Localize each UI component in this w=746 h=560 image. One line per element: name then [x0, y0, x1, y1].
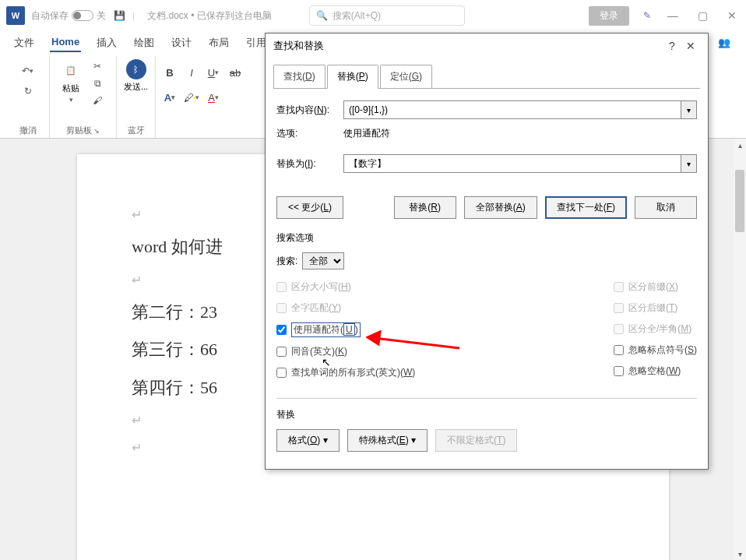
less-button[interactable]: << 更少(L)	[276, 196, 343, 219]
font-color-button[interactable]: A ▾	[206, 90, 221, 104]
scroll-up-icon[interactable]: ▴	[734, 139, 746, 151]
mouse-cursor-icon: ↖	[322, 356, 331, 368]
find-dropdown-icon[interactable]: ▾	[681, 100, 697, 119]
tab-find[interactable]: 查找(D)	[273, 65, 325, 89]
autosave-label: 自动保存	[31, 9, 69, 23]
dialog-titlebar[interactable]: 查找和替换 ? ✕	[266, 33, 708, 58]
cancel-button[interactable]: 取消	[635, 196, 697, 219]
strikethrough-button[interactable]: ab	[227, 65, 243, 79]
chk-prefix: 区分前缀(X)	[614, 280, 697, 294]
word-app-icon: W	[6, 6, 25, 25]
scroll-down-icon[interactable]: ▾	[734, 548, 746, 560]
draw-tool-icon[interactable]: ✎	[643, 10, 651, 21]
share-icon[interactable]: 👥	[718, 37, 735, 54]
doc-line-2: 第二行：23	[132, 302, 217, 322]
bold-button[interactable]: B	[162, 65, 178, 79]
format-button[interactable]: 格式(O) ▾	[276, 429, 340, 452]
bluetooth-icon: ᛒ	[126, 59, 146, 79]
doc-line-3: 第三行：66	[132, 340, 217, 359]
search-options-label: 搜索选项	[276, 231, 697, 245]
tab-file[interactable]: 文件	[12, 33, 36, 53]
clipboard-launcher-icon[interactable]: ↘	[93, 127, 100, 135]
replace-dropdown-icon[interactable]: ▾	[681, 154, 697, 173]
search-direction-select[interactable]: 全部	[302, 252, 344, 269]
dialog-help-button[interactable]: ?	[663, 40, 681, 52]
find-label: 查找内容(N):	[276, 104, 337, 117]
tab-home[interactable]: Home	[50, 33, 81, 52]
replace-input[interactable]	[343, 154, 681, 173]
chk-ignore-punct[interactable]: 忽略标点符号(S)	[614, 343, 697, 357]
chk-ignore-space[interactable]: 忽略空格(W)	[614, 365, 697, 378]
chk-match-case: 区分大小写(H)	[276, 280, 614, 294]
clipboard-icon: 📋	[60, 59, 82, 81]
autosave-state: 关	[97, 9, 106, 23]
doc-line-1: word 如何进	[132, 237, 223, 256]
close-button[interactable]: ✕	[724, 9, 740, 22]
no-format-button: 不限定格式(T)	[435, 429, 517, 452]
redo-icon[interactable]: ↻	[21, 84, 35, 98]
search-direction-label: 搜索:	[276, 255, 297, 268]
doc-line-4: 第四行：56	[132, 378, 217, 397]
toggle-switch-icon[interactable]	[72, 10, 93, 21]
tab-replace[interactable]: 替换(P)	[327, 65, 378, 89]
tab-goto[interactable]: 定位(G)	[380, 65, 432, 89]
find-input[interactable]	[343, 100, 681, 119]
replace-button[interactable]: 替换(R)	[394, 196, 456, 219]
bluetooth-send-button[interactable]: ᛒ 发送...	[123, 59, 149, 93]
tab-design[interactable]: 设计	[170, 33, 193, 53]
chk-fullhalf: 区分全/半角(M)	[614, 322, 697, 336]
underline-button[interactable]: U ▾	[206, 65, 221, 79]
dialog-title: 查找和替换	[273, 39, 324, 53]
tab-layout[interactable]: 布局	[207, 33, 230, 53]
chk-whole-word: 全字匹配(Y)	[276, 301, 614, 315]
tab-insert[interactable]: 插入	[95, 33, 118, 53]
minimize-button[interactable]: —	[665, 9, 681, 22]
find-next-button[interactable]: 查找下一处(F)	[545, 196, 627, 219]
clipboard-group-label: 剪贴板	[66, 125, 92, 136]
dialog-tabs: 查找(D) 替换(P) 定位(G)	[266, 58, 708, 89]
replace-label: 替换为(I):	[276, 157, 337, 171]
bluetooth-group-label: 蓝牙	[123, 125, 149, 136]
paste-button[interactable]: 📋 粘贴 ▾	[56, 59, 86, 104]
vertical-scrollbar[interactable]: ▴ ▾	[734, 139, 746, 560]
autosave-toggle[interactable]: 自动保存 关	[31, 9, 106, 23]
chk-wildcards[interactable]: 使用通配符(U)	[276, 322, 614, 337]
tab-draw[interactable]: 绘图	[132, 33, 156, 53]
scroll-thumb[interactable]	[735, 170, 744, 232]
options-label: 选项:	[276, 127, 337, 140]
special-format-button[interactable]: 特殊格式(E) ▾	[347, 429, 428, 452]
find-replace-dialog: 查找和替换 ? ✕ 查找(D) 替换(P) 定位(G) 查找内容(N): ▾ 选…	[265, 33, 709, 470]
format-painter-icon[interactable]: 🖌	[90, 93, 104, 107]
undo-icon[interactable]: ↶ ▾	[21, 64, 35, 78]
maximize-button[interactable]: ▢	[695, 9, 710, 22]
search-placeholder: 搜索(Alt+Q)	[333, 9, 381, 23]
search-box[interactable]: 🔍 搜索(Alt+Q)	[309, 5, 465, 26]
replace-all-button[interactable]: 全部替换(A)	[464, 196, 537, 219]
copy-icon[interactable]: ⧉	[90, 76, 104, 90]
italic-button[interactable]: I	[184, 65, 199, 79]
undo-group-label: 撤消	[12, 125, 43, 136]
login-button[interactable]: 登录	[589, 6, 629, 26]
search-icon: 🔍	[316, 10, 328, 21]
highlight-button[interactable]: 🖊 ▾	[184, 90, 199, 104]
text-effects-button[interactable]: A ▾	[162, 90, 178, 104]
document-title: 文档.docx • 已保存到这台电脑	[147, 9, 272, 23]
titlebar: W 自动保存 关 💾 | 文档.docx • 已保存到这台电脑 🔍 搜索(Alt…	[0, 0, 746, 31]
dialog-close-button[interactable]: ✕	[681, 40, 700, 52]
options-value: 使用通配符	[343, 127, 390, 140]
cut-icon[interactable]: ✂	[90, 59, 104, 73]
replace-section-label: 替换	[276, 408, 697, 421]
chk-suffix: 区分后缀(T)	[614, 301, 697, 315]
save-icon[interactable]: 💾	[112, 9, 126, 23]
